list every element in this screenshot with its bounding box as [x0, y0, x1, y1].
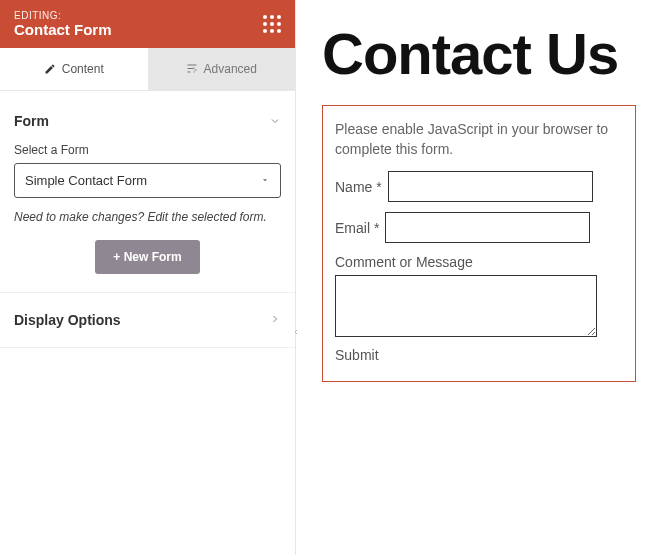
tab-advanced-label: Advanced: [204, 62, 257, 76]
display-options-toggle[interactable]: Display Options: [0, 293, 295, 348]
widget-title: Contact Form: [14, 21, 112, 38]
form-select[interactable]: Simple Contact Form: [14, 163, 281, 198]
comment-label: Comment or Message: [335, 254, 473, 270]
name-input[interactable]: [388, 171, 593, 202]
form-section-toggle[interactable]: Form: [14, 107, 281, 143]
display-options-title: Display Options: [14, 312, 121, 328]
tab-advanced[interactable]: Advanced: [148, 48, 296, 90]
select-form-label: Select a Form: [14, 143, 281, 157]
editor-tabs: Content Advanced: [0, 48, 295, 91]
panel-collapse-handle[interactable]: [290, 322, 302, 342]
form-section: Form Select a Form Simple Contact Form N…: [0, 91, 295, 293]
form-section-title: Form: [14, 113, 49, 129]
page-heading: Contact Us: [322, 24, 636, 83]
email-input[interactable]: [385, 212, 590, 243]
editing-label: EDITING:: [14, 10, 112, 21]
apps-icon[interactable]: [263, 15, 281, 33]
tab-content-label: Content: [62, 62, 104, 76]
js-warning: Please enable JavaScript in your browser…: [335, 120, 623, 159]
preview-pane: Contact Us Please enable JavaScript in y…: [296, 0, 662, 555]
new-form-button[interactable]: + New Form: [95, 240, 199, 274]
form-help-text: Need to make changes? Edit the selected …: [14, 208, 281, 226]
caret-down-icon: [260, 173, 270, 188]
submit-button[interactable]: Submit: [335, 347, 623, 363]
form-select-value: Simple Contact Form: [25, 173, 147, 188]
chevron-down-icon: [269, 115, 281, 127]
pencil-icon: [44, 63, 56, 75]
chevron-right-icon: [269, 311, 281, 329]
editor-sidebar: EDITING: Contact Form Content Advanced F…: [0, 0, 296, 555]
tab-content[interactable]: Content: [0, 48, 148, 90]
email-label: Email *: [335, 220, 379, 236]
form-preview: Please enable JavaScript in your browser…: [322, 105, 636, 382]
name-label: Name *: [335, 179, 382, 195]
sidebar-header: EDITING: Contact Form: [0, 0, 295, 48]
settings-icon: [186, 63, 198, 75]
comment-textarea[interactable]: [335, 275, 597, 337]
